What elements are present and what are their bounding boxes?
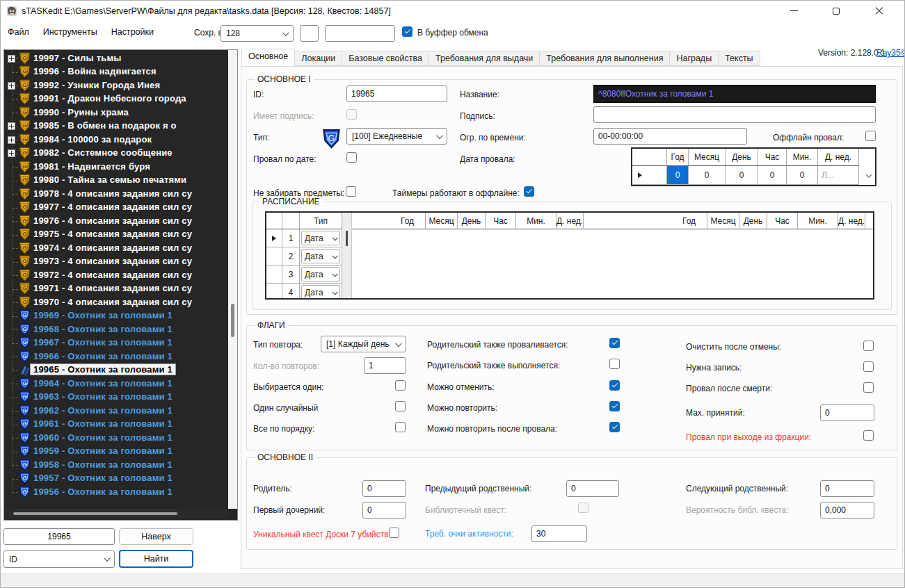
tree-item[interactable]: G 19966 - Охотник за головами 1 <box>4 350 228 364</box>
tree-item[interactable]: G 19990 - Руины храма <box>4 106 228 120</box>
schedule-row[interactable]: 3 Дата <box>266 266 342 284</box>
schedule-row[interactable]: 2 Дата <box>266 247 342 266</box>
can-repeat-checkbox[interactable] <box>609 401 620 411</box>
scroll-top-button[interactable]: Наверх <box>119 528 193 545</box>
tree-item[interactable]: G 19975 - 4 описания задания сил су <box>4 228 228 242</box>
repeat-count-input[interactable]: 1 <box>364 357 406 374</box>
tree-item[interactable]: G 19978 - 4 описания задания сил су <box>4 187 228 201</box>
row-selector[interactable] <box>266 266 282 284</box>
need-record-checkbox[interactable] <box>863 361 874 372</box>
tree-item[interactable]: G 19992 - Узники Города Инея <box>4 79 228 92</box>
grid-cell[interactable]: 0 <box>726 166 758 185</box>
schedule-type-combobox[interactable]: Дата <box>301 249 340 263</box>
tree-item[interactable]: G 19974 - 4 описания задания сил су <box>4 241 228 255</box>
tree-item[interactable]: G 19969 - Охотник за головами 1 <box>4 309 228 323</box>
tree-item[interactable]: G 19981 - Надвигается буря <box>4 160 228 174</box>
clipboard-checkbox[interactable] <box>402 26 413 37</box>
tree-item[interactable]: G 19980 - Тайна за семью печатями <box>4 174 228 188</box>
id-input[interactable]: 19965 <box>346 85 447 102</box>
choose-one-checkbox[interactable] <box>395 380 406 391</box>
expand-plus-icon[interactable] <box>8 122 15 130</box>
expand-plus-icon[interactable] <box>8 55 15 63</box>
tree-item[interactable]: G 19957 - Охотник за головами 1 <box>4 472 228 486</box>
tree-horizontal-scrollbar-thumb[interactable] <box>13 512 177 515</box>
time-limit-input[interactable]: 00-00:00:00 <box>593 128 747 145</box>
tree-item[interactable]: G 19976 - 4 описания задания сил су <box>4 214 228 228</box>
row-selector[interactable] <box>266 247 282 266</box>
menu-item[interactable]: Настройки <box>104 22 161 37</box>
tree-item[interactable]: G 19959 - Охотник за головами 1 <box>4 445 228 459</box>
tree-item[interactable]: G 19956 - Охотник за головами 1 <box>4 485 228 499</box>
tree-item[interactable]: G 19973 - 4 описания задания сил су <box>4 255 228 269</box>
tree-item[interactable]: G 19968 - Охотник за головами 1 <box>4 322 228 336</box>
timers-offline-checkbox[interactable] <box>524 186 534 197</box>
grid-cell[interactable]: 0 <box>689 166 726 185</box>
tree-item[interactable]: G 19971 - 4 описания задания сил су <box>4 282 228 296</box>
search-id-input[interactable]: 19965 <box>3 528 115 545</box>
first-child-input[interactable]: 0 <box>362 502 406 518</box>
grid-cell[interactable]: 0 <box>758 166 787 185</box>
tree-item[interactable]: G 19985 - В обмен на подарок я о <box>4 120 228 133</box>
schedule-type-combobox[interactable]: Дата <box>301 285 340 300</box>
version-suffix-box[interactable] <box>300 25 319 42</box>
tree-horizontal-scrollbar[interactable] <box>5 509 227 518</box>
can-repeat-after-fail-checkbox[interactable] <box>609 422 620 432</box>
parent-fails-checkbox[interactable] <box>609 338 620 348</box>
schedule-row[interactable]: 4 Дата <box>266 284 342 300</box>
clear-after-cancel-checkbox[interactable] <box>863 341 874 351</box>
expand-plus-icon[interactable] <box>8 136 15 144</box>
tree-item[interactable]: G 19996 - Война надвигается <box>4 65 228 79</box>
splitter-thumb[interactable] <box>346 231 348 246</box>
sign-input[interactable] <box>593 106 876 123</box>
expand-plus-icon[interactable] <box>8 149 15 157</box>
tree-item[interactable]: G 19970 - 4 описания задания сил су <box>4 295 228 309</box>
all-in-order-checkbox[interactable] <box>395 422 406 432</box>
grid-cell[interactable]: 0 <box>667 166 689 185</box>
save-version-combobox[interactable]: 128 <box>221 25 294 42</box>
maximize-button[interactable] <box>820 1 852 21</box>
tree-item[interactable]: G 19964 - Охотник за головами 1 <box>4 377 228 391</box>
find-button[interactable]: Найти <box>119 550 193 568</box>
toolbar-text-input[interactable] <box>325 25 395 42</box>
max-accepts-input[interactable]: 0 <box>820 405 874 421</box>
menu-item[interactable]: Инструменты <box>36 22 104 37</box>
grid-row-selector[interactable] <box>632 166 667 185</box>
fail-on-leave-faction-checkbox[interactable] <box>863 430 874 441</box>
row-selector[interactable] <box>266 229 282 247</box>
tree-item[interactable]: G 19991 - Дракон Небесного города <box>4 92 228 106</box>
row-selector[interactable] <box>266 284 282 300</box>
repeat-type-combobox[interactable]: [1] Каждый день <box>321 336 406 352</box>
tree-vertical-scrollbar-thumb[interactable] <box>231 304 234 337</box>
activity-points-input[interactable]: 30 <box>531 525 587 542</box>
type-combobox[interactable]: [100] Ежедневные <box>346 128 447 145</box>
menu-item[interactable]: Файл <box>1 22 36 37</box>
minimize-button[interactable] <box>778 1 810 21</box>
unique-board-checkbox[interactable] <box>389 528 399 538</box>
tab[interactable]: Базовые свойства <box>342 51 429 66</box>
tab[interactable]: Основное <box>241 49 295 66</box>
one-random-checkbox[interactable] <box>395 401 406 411</box>
parent-input[interactable]: 0 <box>362 480 406 497</box>
schedule-type-combobox[interactable]: Дата <box>301 231 340 245</box>
tree-item[interactable]: G 19960 - Охотник за головами 1 <box>4 431 228 445</box>
tab[interactable]: Награды <box>670 51 719 66</box>
grid-cell[interactable]: 0 <box>787 166 818 185</box>
tree-item[interactable]: G 19982 - Системное сообщение <box>4 147 228 161</box>
schedule-row[interactable]: 1 Дата <box>266 229 342 247</box>
next-related-input[interactable]: 0 <box>820 480 874 497</box>
tree-item[interactable]: G 19972 - 4 описания задания сил су <box>4 268 228 282</box>
schedule-type-combobox[interactable]: Дата <box>301 267 340 281</box>
tab[interactable]: Требования для выполнения <box>540 51 670 66</box>
name-input[interactable]: ^8080ffОхотник за головами 1 <box>593 85 876 103</box>
prev-related-input[interactable]: 0 <box>566 480 619 497</box>
tree-item[interactable]: G 19958 - Охотник за головами 1 <box>4 458 228 472</box>
tree-item[interactable]: G 19967 - Охотник за головами 1 <box>4 336 228 350</box>
can-cancel-checkbox[interactable] <box>609 380 620 391</box>
offline-fail-checkbox[interactable] <box>865 131 876 141</box>
tree-item[interactable]: G 19961 - Охотник за головами 1 <box>4 418 228 432</box>
search-field-combobox[interactable]: ID <box>3 550 115 568</box>
tab[interactable]: Требования для выдачи <box>429 51 540 66</box>
expand-plus-icon[interactable] <box>8 82 15 90</box>
schedule-grid[interactable]: Тип 1 Дата 2 <box>265 211 874 300</box>
tree-item[interactable]: G 19984 - 100000 за подарок <box>4 133 228 147</box>
